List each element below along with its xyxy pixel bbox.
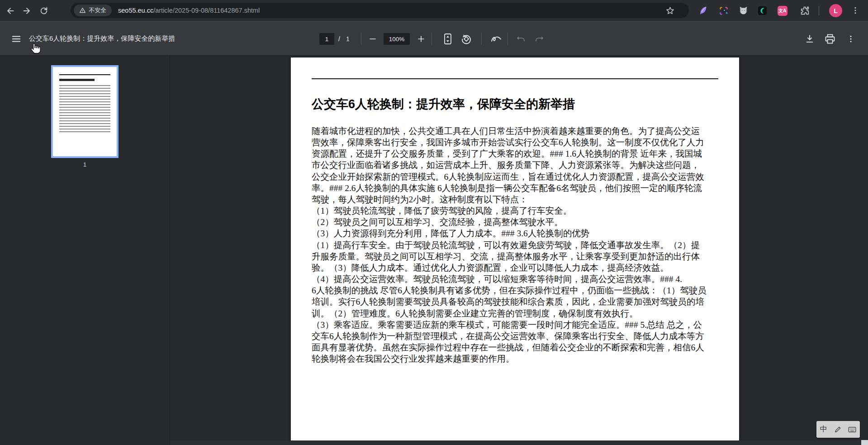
dark-app-icon (758, 6, 767, 15)
rotate-icon (460, 33, 472, 45)
ime-mode-indicator[interactable]: 中 (820, 425, 827, 434)
toolbar-separator (481, 33, 482, 45)
download-button[interactable] (803, 33, 816, 45)
pdf-more-options-button[interactable] (845, 33, 857, 45)
thumbnail-page-number: 1 (51, 161, 119, 168)
ime-pen-icon[interactable] (834, 426, 841, 433)
bookmark-button[interactable] (664, 5, 675, 16)
page-count-total: 1 (346, 35, 350, 43)
forward-button[interactable] (21, 5, 32, 16)
cat-icon (739, 6, 748, 15)
address-bar[interactable]: 不安全 seo55.eu.cc/article/2025-09-08/81164… (71, 3, 689, 18)
zoom-level-value: 100% (389, 36, 405, 43)
url-path: /article/2025-09-08/811642867.shtml (153, 7, 260, 14)
quill-extension-button[interactable] (697, 5, 709, 17)
zoom-out-button[interactable] (366, 33, 379, 45)
toolbar-separator (508, 33, 508, 45)
kebab-icon (851, 6, 860, 15)
warning-icon (79, 7, 86, 14)
dark-extension-button[interactable] (756, 5, 768, 17)
translate-badge-text: 文A (778, 8, 786, 14)
document-title: 公交车6人轮换制：提升效率，保障安全的新举措 (312, 96, 719, 112)
back-icon (5, 6, 15, 16)
undo-icon (516, 34, 526, 44)
page-number-input[interactable]: 1 (319, 33, 334, 45)
reload-button[interactable] (38, 5, 49, 16)
forward-icon (22, 6, 32, 16)
browser-toolbar: 不安全 seo55.eu.cc/article/2025-09-08/81164… (0, 0, 868, 21)
page-count-separator: / (338, 35, 340, 43)
translate-icon: 文A (778, 6, 787, 16)
document-top-rule (312, 78, 718, 79)
toolbar-separator (432, 33, 432, 45)
toolbar-separator (361, 33, 361, 45)
document-body: 随着城市化进程的加快，公共交通工具在人们日常生活中扮演着越来越重要的角色。为了提… (312, 125, 719, 364)
cat-extension-button[interactable] (737, 5, 749, 17)
annotate-squiggle-icon (490, 33, 502, 44)
pdf-content-area: 1 公交车6人轮换制：提升效率，保障安全的新举措 随着城市化进程的加快，公共交通… (0, 56, 868, 445)
translate-extension-button[interactable]: 文A (776, 5, 788, 17)
reload-icon (39, 6, 49, 16)
scrollbar-corner (861, 440, 868, 445)
extensions-menu-button[interactable] (799, 5, 811, 17)
redo-button[interactable] (533, 33, 545, 45)
toolbar-divider (819, 6, 819, 15)
annotate-button[interactable] (489, 33, 503, 45)
zoom-in-button[interactable] (415, 33, 427, 45)
zoom-level-display: 100% (384, 33, 410, 45)
screen: 不安全 seo55.eu.cc/article/2025-09-08/81164… (0, 0, 868, 445)
pdf-page: 公交车6人轮换制：提升效率，保障安全的新举措 随着城市化进程的加快，公共交通工具… (291, 57, 739, 445)
fit-to-page-button[interactable] (441, 32, 454, 46)
page-number-value: 1 (325, 36, 329, 43)
hamburger-icon (11, 34, 21, 44)
profile-avatar[interactable]: L (829, 4, 842, 17)
avatar-initial: L (834, 7, 838, 14)
star-icon (665, 6, 675, 15)
redo-icon (534, 34, 544, 44)
rotate-button[interactable] (460, 32, 473, 46)
thumbnail-title (59, 79, 95, 81)
browser-menu-button[interactable] (850, 5, 860, 15)
page-1-thumbnail[interactable] (51, 65, 119, 158)
kebab-icon (846, 34, 855, 43)
print-icon (825, 33, 835, 44)
undo-button[interactable] (515, 33, 527, 45)
pdf-document-title: 公交车6人轮换制：提升效率，保障安全的新举措 (29, 34, 175, 43)
pdf-toolbar: 公交车6人轮换制：提升效率，保障安全的新举措 1 / 1 100% (0, 22, 868, 56)
thumbnail-text (59, 85, 110, 134)
fit-page-icon (443, 33, 452, 45)
ime-keyboard-icon[interactable] (848, 426, 856, 433)
pdf-menu-button[interactable] (10, 33, 23, 45)
screenshot-extension-button[interactable] (717, 5, 730, 17)
download-icon (805, 34, 815, 44)
ime-toolbar[interactable]: 中 (816, 421, 860, 438)
minus-icon (369, 35, 377, 43)
security-label: 不安全 (89, 6, 106, 14)
print-button[interactable] (823, 33, 837, 45)
horizontal-scrollbar[interactable] (170, 440, 868, 445)
thumbnail-rule (59, 74, 110, 75)
url-domain: seo55.eu.cc (118, 7, 153, 14)
puzzle-icon (800, 6, 810, 15)
sidebar-divider[interactable] (170, 56, 170, 445)
plus-icon (417, 35, 425, 43)
screenshot-icon (719, 6, 728, 15)
back-button[interactable] (5, 5, 16, 16)
quill-icon (698, 6, 708, 15)
security-chip[interactable]: 不安全 (74, 5, 112, 16)
url-text: seo55.eu.cc/article/2025-09-08/811642867… (118, 7, 260, 14)
